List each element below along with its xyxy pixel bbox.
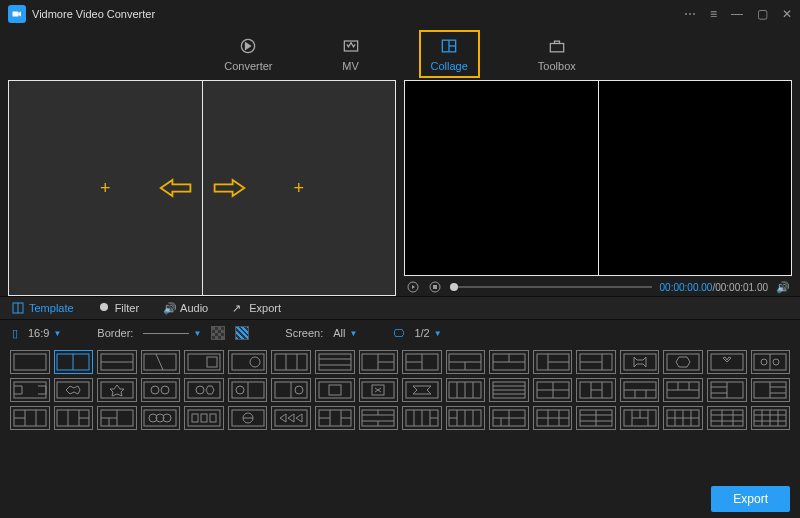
layout-12[interactable] [489, 350, 529, 374]
close-icon[interactable]: ✕ [782, 7, 792, 21]
layout-23[interactable] [184, 378, 224, 402]
layout-2[interactable] [54, 350, 94, 374]
mv-icon [341, 36, 361, 56]
maximize-icon[interactable]: ▢ [757, 7, 768, 21]
preview-slot-1 [405, 81, 599, 275]
layout-1[interactable] [10, 350, 50, 374]
export-button[interactable]: Export [711, 486, 790, 512]
layout-51[interactable] [620, 406, 660, 430]
layout-20[interactable] [54, 378, 94, 402]
svg-rect-26 [319, 354, 351, 370]
layout-17[interactable] [707, 350, 747, 374]
layout-43[interactable] [271, 406, 311, 430]
layout-35[interactable] [707, 378, 747, 402]
layout-32[interactable] [576, 378, 616, 402]
layout-42[interactable] [228, 406, 268, 430]
template-icon [12, 302, 24, 314]
border-pattern-picker[interactable] [235, 326, 249, 340]
svg-rect-126 [192, 414, 198, 422]
layout-5[interactable] [184, 350, 224, 374]
nav-converter[interactable]: Converter [214, 32, 282, 76]
minimize-icon[interactable]: — [731, 7, 743, 21]
nav-collage[interactable]: Collage [419, 30, 480, 78]
play-button[interactable] [406, 280, 420, 294]
layout-53[interactable] [707, 406, 747, 430]
subtab-filter[interactable]: Filter [98, 302, 139, 314]
svg-marker-133 [280, 414, 286, 422]
layout-14[interactable] [576, 350, 616, 374]
stop-button[interactable] [428, 280, 442, 294]
menu-icon[interactable]: ≡ [710, 7, 717, 21]
svg-rect-49 [667, 354, 699, 370]
layout-19[interactable] [10, 378, 50, 402]
layout-34[interactable] [663, 378, 703, 402]
svg-marker-135 [296, 414, 302, 422]
monitor-icon: 🖵 [393, 327, 404, 339]
svg-marker-134 [288, 414, 294, 422]
layout-37[interactable] [10, 406, 50, 430]
ratio-select[interactable]: 16:9 ▼ [28, 327, 61, 339]
layout-50[interactable] [576, 406, 616, 430]
layout-9[interactable] [359, 350, 399, 374]
preview-slot-2 [599, 81, 792, 275]
layout-46[interactable] [402, 406, 442, 430]
layout-47[interactable] [446, 406, 486, 430]
subtab-export[interactable]: ↗ Export [232, 302, 281, 314]
layout-27[interactable] [359, 378, 399, 402]
layout-16[interactable] [663, 350, 703, 374]
collage-slot-2[interactable]: + [203, 81, 396, 295]
layout-18[interactable] [751, 350, 791, 374]
svg-marker-50 [676, 357, 690, 367]
svg-marker-48 [634, 357, 646, 367]
subtab-template[interactable]: Template [12, 302, 74, 314]
layout-13[interactable] [533, 350, 573, 374]
nav-mv[interactable]: MV [331, 32, 371, 76]
layout-54[interactable] [751, 406, 791, 430]
layout-7[interactable] [271, 350, 311, 374]
layout-41[interactable] [184, 406, 224, 430]
svg-rect-127 [201, 414, 207, 422]
layout-45[interactable] [359, 406, 399, 430]
layout-6[interactable] [228, 350, 268, 374]
layout-4[interactable] [141, 350, 181, 374]
layout-36[interactable] [751, 378, 791, 402]
layout-33[interactable] [620, 378, 660, 402]
subtab-audio[interactable]: 🔊 Audio [163, 302, 208, 314]
layout-52[interactable] [663, 406, 703, 430]
layout-38[interactable] [54, 406, 94, 430]
layout-25[interactable] [271, 378, 311, 402]
layout-3[interactable] [97, 350, 137, 374]
border-style-select[interactable]: ▼ [143, 329, 201, 338]
layout-15[interactable] [620, 350, 660, 374]
screen-select[interactable]: All ▼ [333, 327, 357, 339]
layout-39[interactable] [97, 406, 137, 430]
collage-slot-1[interactable]: + [9, 81, 203, 295]
layout-30[interactable] [489, 378, 529, 402]
layout-10[interactable] [402, 350, 442, 374]
layout-21[interactable] [97, 378, 137, 402]
layout-26[interactable] [315, 378, 355, 402]
nav-toolbox[interactable]: Toolbox [528, 32, 586, 76]
svg-rect-20 [207, 357, 217, 367]
layout-44[interactable] [315, 406, 355, 430]
collage-canvas[interactable]: + + [8, 80, 396, 296]
svg-rect-9 [433, 285, 437, 289]
layout-48[interactable] [489, 406, 529, 430]
layout-8[interactable] [315, 350, 355, 374]
screen-label: Screen: [285, 327, 323, 339]
layout-49[interactable] [533, 406, 573, 430]
seek-bar[interactable] [450, 286, 652, 288]
layout-24[interactable] [228, 378, 268, 402]
svg-rect-6 [550, 44, 563, 52]
feedback-icon[interactable]: ⋯ [684, 7, 696, 21]
layout-28[interactable] [402, 378, 442, 402]
border-color-picker[interactable] [211, 326, 225, 340]
layout-22[interactable] [141, 378, 181, 402]
layout-11[interactable] [446, 350, 486, 374]
page-select[interactable]: 1/2 ▼ [414, 327, 441, 339]
layout-29[interactable] [446, 378, 486, 402]
layout-40[interactable] [141, 406, 181, 430]
volume-icon[interactable]: 🔊 [776, 281, 790, 294]
layout-31[interactable] [533, 378, 573, 402]
svg-rect-47 [624, 354, 656, 370]
